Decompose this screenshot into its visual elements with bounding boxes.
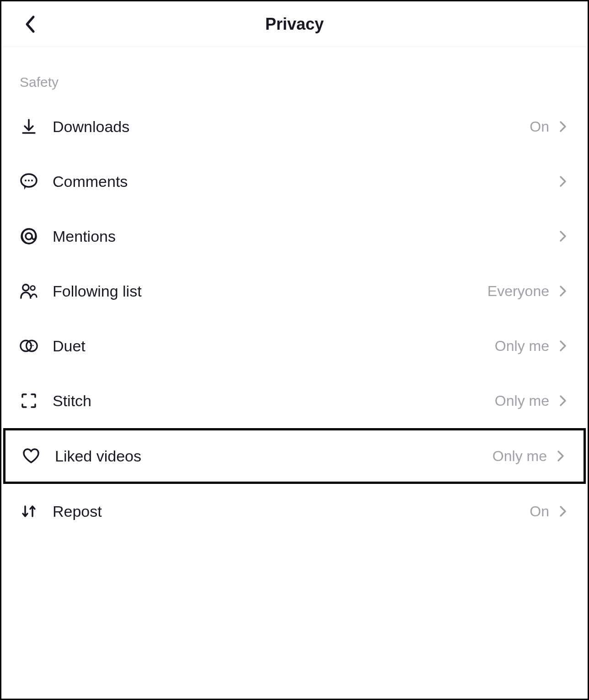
item-value: Only me — [493, 448, 547, 465]
svg-point-7 — [31, 286, 35, 291]
svg-point-6 — [23, 285, 29, 291]
item-label: Liked videos — [55, 447, 493, 465]
list-item-duet[interactable]: Duet Only me — [1, 318, 588, 373]
chevron-right-icon — [557, 505, 569, 518]
stitch-icon — [20, 392, 38, 410]
list-item-comments[interactable]: Comments — [1, 154, 588, 209]
item-value: Everyone — [487, 283, 549, 300]
chevron-right-icon — [557, 394, 569, 407]
chevron-right-icon — [557, 285, 569, 297]
at-icon — [20, 227, 38, 245]
svg-point-5 — [26, 233, 32, 239]
comment-icon — [20, 172, 38, 191]
list-item-following-list[interactable]: Following list Everyone — [1, 264, 588, 318]
back-button[interactable] — [21, 15, 39, 33]
header: Privacy — [1, 1, 588, 47]
item-label: Stitch — [53, 392, 495, 410]
list-item-stitch[interactable]: Stitch Only me — [1, 373, 588, 428]
svg-point-3 — [31, 180, 33, 181]
svg-point-11 — [32, 345, 34, 346]
repost-icon — [20, 502, 38, 520]
chevron-right-icon — [557, 230, 569, 243]
list-item-mentions[interactable]: Mentions — [1, 209, 588, 264]
item-value: Only me — [495, 392, 549, 409]
item-label: Duet — [53, 337, 495, 355]
chevron-right-icon — [557, 339, 569, 352]
chevron-right-icon — [557, 120, 569, 133]
item-label: Downloads — [53, 118, 530, 136]
duet-icon — [20, 337, 38, 355]
item-value: On — [530, 503, 549, 520]
chevron-right-icon — [557, 175, 569, 188]
item-label: Repost — [53, 503, 530, 520]
item-label: Mentions — [53, 228, 549, 245]
item-value: On — [530, 118, 549, 135]
download-icon — [20, 117, 38, 136]
list-item-repost[interactable]: Repost On — [1, 484, 588, 539]
chevron-right-icon — [554, 450, 567, 462]
list-item-downloads[interactable]: Downloads On — [1, 99, 588, 154]
svg-point-10 — [30, 345, 31, 346]
section-header-safety: Safety — [1, 47, 588, 99]
item-value: Only me — [495, 338, 549, 355]
heart-icon — [22, 447, 40, 465]
svg-point-1 — [25, 180, 27, 181]
list-item-liked-videos[interactable]: Liked videos Only me — [3, 428, 586, 484]
item-label: Following list — [53, 282, 487, 300]
svg-point-2 — [28, 180, 30, 181]
item-label: Comments — [53, 173, 549, 191]
people-icon — [20, 282, 38, 300]
chevron-left-icon — [24, 15, 35, 33]
page-title: Privacy — [1, 15, 588, 34]
